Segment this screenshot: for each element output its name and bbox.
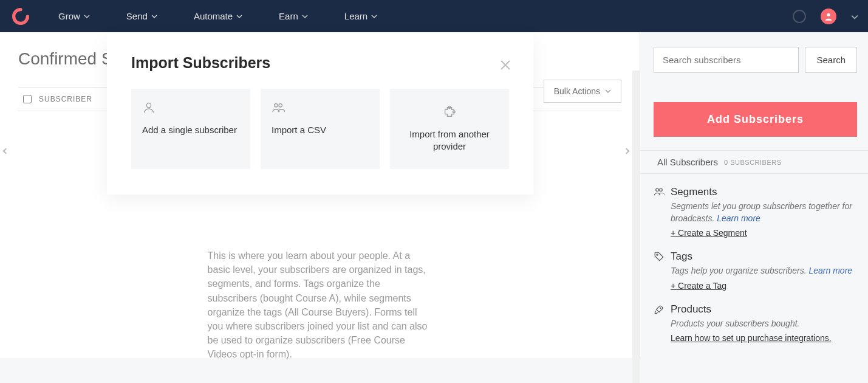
chevron-down-icon xyxy=(84,13,90,19)
svg-point-1 xyxy=(656,188,659,191)
people-icon xyxy=(272,101,369,116)
add-single-subscriber-card[interactable]: Add a single subscriber xyxy=(131,89,250,169)
create-segment-link[interactable]: + Create a Segment xyxy=(671,228,747,238)
products-learn-link[interactable]: Learn how to set up purchase integration… xyxy=(671,333,832,343)
nav-label: Earn xyxy=(279,11,298,21)
segments-icon xyxy=(654,187,665,198)
import-subscribers-modal: Import Subscribers Add a single subscrib… xyxy=(107,32,533,195)
tag-icon xyxy=(654,251,665,262)
nav-label: Learn xyxy=(344,11,367,21)
segments-desc: Segments let you group subscribers toget… xyxy=(671,201,857,224)
chevron-down-icon xyxy=(302,13,308,19)
loading-icon xyxy=(793,10,806,23)
nav-grow[interactable]: Grow xyxy=(58,11,90,21)
person-icon xyxy=(142,101,239,116)
scroll-left-icon[interactable] xyxy=(3,148,9,154)
bulk-actions-label: Bulk Actions xyxy=(554,86,600,96)
search-button[interactable]: Search xyxy=(805,47,857,73)
products-desc: Products your subscribers bought. xyxy=(671,318,857,330)
logo[interactable] xyxy=(12,8,29,25)
create-tag-link[interactable]: + Create a Tag xyxy=(671,281,726,291)
tags-learn-more-link[interactable]: Learn more xyxy=(809,266,853,275)
scrollbar[interactable] xyxy=(632,71,640,383)
avatar[interactable] xyxy=(821,9,836,24)
card-label: Import from another provider xyxy=(401,128,498,153)
svg-point-6 xyxy=(275,104,278,108)
svg-point-4 xyxy=(660,308,661,309)
all-subscribers-row[interactable]: All Subscribers 0 SUBSCRIBERS xyxy=(640,150,868,174)
chevron-down-icon xyxy=(605,88,611,94)
nav-label: Grow xyxy=(58,11,80,21)
products-section: Products Products your subscribers bough… xyxy=(654,303,857,344)
chevron-down-icon xyxy=(371,13,377,19)
rocket-icon xyxy=(654,304,665,315)
modal-title: Import Subscribers xyxy=(131,54,509,72)
tags-title: Tags xyxy=(671,250,692,263)
chevron-down-icon[interactable] xyxy=(851,13,857,19)
all-subscribers-count: 0 SUBSCRIBERS xyxy=(724,159,782,166)
svg-point-5 xyxy=(146,103,151,108)
top-nav: Grow Send Automate Earn Learn xyxy=(0,0,868,32)
products-title: Products xyxy=(671,303,711,316)
segments-learn-more-link[interactable]: Learn more xyxy=(717,213,760,223)
tags-desc: Tags help you organize subscribers. Lear… xyxy=(671,265,857,277)
chevron-down-icon xyxy=(151,13,157,19)
all-subscribers-label: All Subscribers xyxy=(657,157,718,167)
card-label: Add a single subscriber xyxy=(142,124,239,136)
chevron-down-icon xyxy=(236,13,242,19)
segments-section: Segments Segments let you group subscrib… xyxy=(654,186,857,238)
add-subscribers-button[interactable]: Add Subscribers xyxy=(654,102,857,137)
tags-section: Tags Tags help you organize subscribers.… xyxy=(654,250,857,291)
select-all-checkbox[interactable] xyxy=(23,95,32,103)
svg-point-7 xyxy=(279,104,282,108)
right-sidebar: Search Add Subscribers All Subscribers 0… xyxy=(640,32,868,358)
segments-title: Segments xyxy=(671,186,717,198)
import-provider-card[interactable]: Import from another provider xyxy=(390,89,509,169)
puzzle-icon xyxy=(443,105,456,120)
svg-point-3 xyxy=(657,254,658,255)
search-input[interactable] xyxy=(654,47,799,73)
svg-point-2 xyxy=(660,188,663,191)
nav-label: Automate xyxy=(194,11,233,21)
nav-send[interactable]: Send xyxy=(126,11,157,21)
card-label: Import a CSV xyxy=(272,124,369,136)
import-csv-card[interactable]: Import a CSV xyxy=(261,89,380,169)
column-header-subscriber: SUBSCRIBER xyxy=(39,95,92,103)
close-icon[interactable] xyxy=(499,59,511,74)
nav-learn[interactable]: Learn xyxy=(344,11,377,21)
nav-earn[interactable]: Earn xyxy=(279,11,308,21)
nav-label: Send xyxy=(126,11,148,21)
bulk-actions-button[interactable]: Bulk Actions xyxy=(544,80,621,103)
svg-point-0 xyxy=(827,13,830,16)
nav-automate[interactable]: Automate xyxy=(194,11,242,21)
help-text: This is where you learn about your peopl… xyxy=(208,249,432,362)
